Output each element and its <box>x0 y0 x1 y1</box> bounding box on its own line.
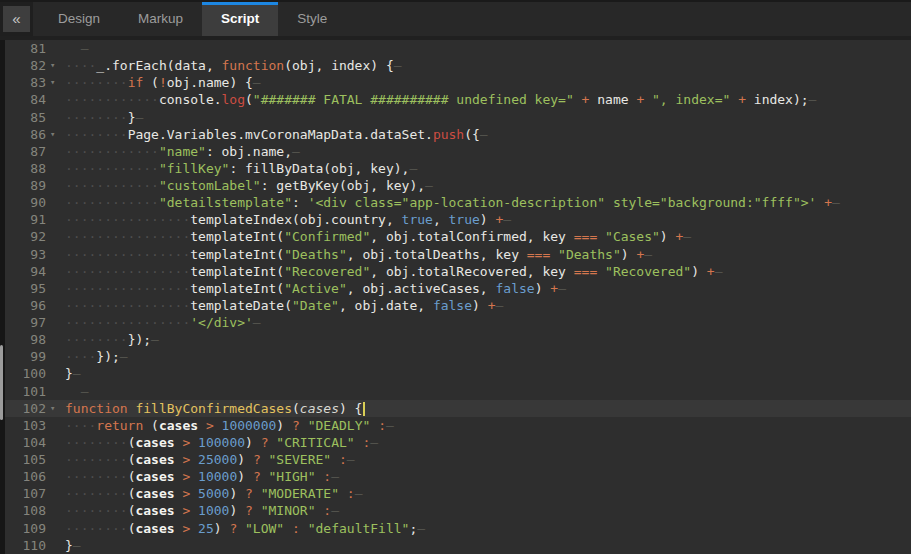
line-number: 93 <box>5 246 46 263</box>
code-text: ····return (cases > 1000000) ? "DEADLY" … <box>65 417 394 434</box>
code-line[interactable]: 103····return (cases > 1000000) ? "DEADL… <box>5 417 911 434</box>
tab-markup[interactable]: Markup <box>119 2 202 36</box>
eol-marker: – <box>73 366 81 381</box>
code-text: ············"customLabel": getByKey(obj,… <box>65 177 433 194</box>
fold-gutter <box>46 537 65 554</box>
code-line[interactable]: 98········});– <box>5 331 911 348</box>
eol-marker: – <box>347 452 355 467</box>
eol-marker: – <box>425 178 433 193</box>
code-line[interactable]: 105········(cases > 25000) ? "SEVERE" :– <box>5 451 911 468</box>
line-number: 107 <box>5 485 46 502</box>
eol-marker: – <box>809 92 817 107</box>
code-line[interactable]: 87············"name": obj.name,– <box>5 143 911 160</box>
code-line[interactable]: 110}– <box>5 537 911 554</box>
line-number: 85 <box>5 109 46 126</box>
code-text: ········(cases > 10000) ? "HIGH" :– <box>65 468 339 485</box>
tab-design[interactable]: Design <box>39 2 119 36</box>
fold-gutter <box>46 246 65 263</box>
code-line[interactable]: 107········(cases > 5000) ? "MODERATE" :… <box>5 485 911 502</box>
tab-script[interactable]: Script <box>202 2 278 36</box>
line-number: 97 <box>5 314 46 331</box>
code-line[interactable]: 100}– <box>5 365 911 382</box>
code-line[interactable]: 102▾function fillByConfirmedCases(cases)… <box>5 400 911 417</box>
code-text: ········(cases > 25000) ? "SEVERE" :– <box>65 451 355 468</box>
fold-gutter <box>46 177 65 194</box>
line-number: 96 <box>5 297 46 314</box>
code-line[interactable]: 109········(cases > 25) ? "LOW" : "defau… <box>5 520 911 537</box>
text-cursor <box>363 402 365 416</box>
code-text: ············console.log("####### FATAL #… <box>65 91 816 108</box>
collapse-panel-button[interactable]: « <box>3 6 30 32</box>
line-number: 91 <box>5 211 46 228</box>
code-line[interactable]: 108········(cases > 1000) ? "MINOR" :– <box>5 502 911 519</box>
tab-style[interactable]: Style <box>278 2 346 36</box>
eol-marker: – <box>394 58 402 73</box>
line-number: 83 <box>5 74 46 91</box>
scrollbar-thumb[interactable] <box>0 345 3 420</box>
code-line[interactable]: 99····});– <box>5 348 911 365</box>
fold-toggle-icon[interactable]: ▾ <box>46 126 65 143</box>
code-line[interactable]: 82▾····_.forEach(data, function(obj, ind… <box>5 57 911 74</box>
line-number: 106 <box>5 468 46 485</box>
code-text: ········});– <box>65 331 159 348</box>
code-line[interactable]: 81 – <box>5 40 911 57</box>
code-line[interactable]: 86▾········Page.Variables.mvCoronaMapDat… <box>5 126 911 143</box>
code-line[interactable]: 92················templateInt("Confirmed… <box>5 228 911 245</box>
fold-gutter <box>46 520 65 537</box>
code-text: ················templateInt("Recovered",… <box>65 263 722 280</box>
script-editor-window: « DesignMarkupScriptStyle 81 –82▾····_.f… <box>0 0 911 554</box>
fold-gutter <box>46 263 65 280</box>
fold-toggle-icon[interactable]: ▾ <box>46 400 65 417</box>
line-number: 81 <box>5 40 46 57</box>
code-text: ····_.forEach(data, function(obj, index)… <box>65 57 402 74</box>
fold-gutter <box>46 451 65 468</box>
code-line[interactable]: 94················templateInt("Recovered… <box>5 263 911 280</box>
eol-marker: – <box>73 538 81 553</box>
eol-marker: – <box>331 503 339 518</box>
eol-marker: – <box>331 469 339 484</box>
eol-marker: – <box>355 486 363 501</box>
line-number: 94 <box>5 263 46 280</box>
code-line[interactable]: 91················templateIndex(obj.coun… <box>5 211 911 228</box>
fold-toggle-icon[interactable]: ▾ <box>46 57 65 74</box>
code-line[interactable]: 101 – <box>5 383 911 400</box>
code-text: function fillByConfirmedCases(cases) { <box>65 400 365 417</box>
line-number: 103 <box>5 417 46 434</box>
code-line[interactable]: 89············"customLabel": getByKey(ob… <box>5 177 911 194</box>
code-line[interactable]: 84············console.log("####### FATAL… <box>5 91 911 108</box>
code-line[interactable]: 96················templateDate("Date", o… <box>5 297 911 314</box>
left-scroll-rail <box>0 40 5 554</box>
code-line[interactable]: 93················templateInt("Deaths", … <box>5 246 911 263</box>
eol-marker: – <box>81 384 89 399</box>
code-line[interactable]: 97················'</div>'– <box>5 314 911 331</box>
code-text: ················templateInt("Confirmed",… <box>65 228 691 245</box>
code-line[interactable]: 106········(cases > 10000) ? "HIGH" :– <box>5 468 911 485</box>
line-number: 98 <box>5 331 46 348</box>
fold-gutter <box>46 194 65 211</box>
code-line[interactable]: 85········}– <box>5 109 911 126</box>
eol-marker: – <box>503 212 511 227</box>
line-number: 86 <box>5 126 46 143</box>
code-line[interactable]: 95················templateInt("Active", … <box>5 280 911 297</box>
code-line[interactable]: 83▾········if (!obj.name) {– <box>5 74 911 91</box>
code-text: ················'</div>'– <box>65 314 261 331</box>
fold-gutter <box>46 365 65 382</box>
eol-marker: – <box>409 161 417 176</box>
fold-gutter <box>46 434 65 451</box>
fold-toggle-icon[interactable]: ▾ <box>46 74 65 91</box>
fold-gutter <box>46 91 65 108</box>
eol-marker: – <box>151 332 159 347</box>
eol-marker: – <box>644 247 652 262</box>
eol-marker: – <box>832 195 840 210</box>
code-editor[interactable]: 81 –82▾····_.forEach(data, function(obj,… <box>0 40 911 554</box>
fold-gutter <box>46 331 65 348</box>
fold-gutter <box>46 485 65 502</box>
code-line[interactable]: 104········(cases > 100000) ? "CRITICAL"… <box>5 434 911 451</box>
line-number: 95 <box>5 280 46 297</box>
line-number: 108 <box>5 502 46 519</box>
line-number: 87 <box>5 143 46 160</box>
code-line[interactable]: 88············"fillKey": fillByData(obj,… <box>5 160 911 177</box>
code-line[interactable]: 90············"detailstemplate": '<div c… <box>5 194 911 211</box>
line-number: 92 <box>5 228 46 245</box>
code-text: ····});– <box>65 348 128 365</box>
